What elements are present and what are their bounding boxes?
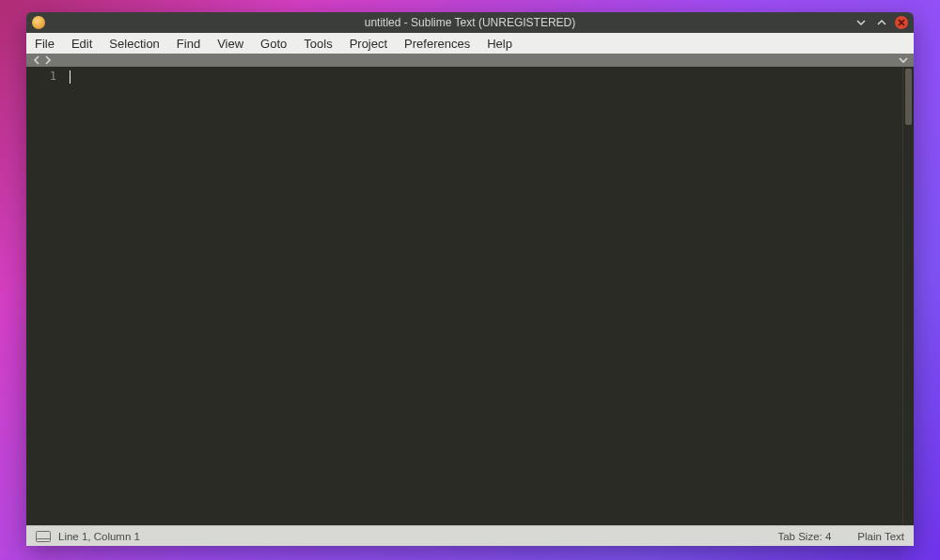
window-controls [854,15,908,30]
app-icon [32,16,45,29]
editor-area: 1 [26,67,914,525]
panel-switcher-icon[interactable] [36,531,51,542]
titlebar[interactable]: untitled - Sublime Text (UNREGISTERED) [26,12,914,33]
window-title: untitled - Sublime Text (UNREGISTERED) [365,16,576,29]
vertical-scrollbar[interactable] [902,67,914,525]
close-button[interactable] [895,16,908,29]
menu-preferences[interactable]: Preferences [396,33,478,54]
app-window: untitled - Sublime Text (UNREGISTERED) F… [26,12,914,546]
svg-rect-0 [37,531,51,541]
status-syntax[interactable]: Plain Text [857,531,904,542]
status-bar: Line 1, Column 1 Tab Size: 4 Plain Text [26,525,914,546]
minimize-button[interactable] [854,15,869,30]
menu-selection[interactable]: Selection [101,33,167,54]
text-cursor [70,70,70,84]
menu-view[interactable]: View [209,33,252,54]
menu-help[interactable]: Help [478,33,521,54]
text-editor[interactable] [66,67,902,525]
menu-tools[interactable]: Tools [295,33,340,54]
gutter-line-number: 1 [26,70,56,83]
status-tab-size[interactable]: Tab Size: 4 [777,531,831,542]
scrollbar-thumb[interactable] [905,69,912,125]
tab-bar [26,54,914,67]
menubar: File Edit Selection Find View Goto Tools… [26,33,914,54]
menu-find[interactable]: Find [168,33,209,54]
menu-file[interactable]: File [26,33,63,54]
menu-edit[interactable]: Edit [63,33,101,54]
line-gutter: 1 [26,67,66,525]
tab-next-icon[interactable] [43,55,53,65]
tab-overflow-icon[interactable] [899,55,908,65]
status-position[interactable]: Line 1, Column 1 [58,531,140,542]
menu-goto[interactable]: Goto [252,33,295,54]
tab-prev-icon[interactable] [32,55,41,65]
menu-project[interactable]: Project [341,33,396,54]
maximize-button[interactable] [874,15,889,30]
